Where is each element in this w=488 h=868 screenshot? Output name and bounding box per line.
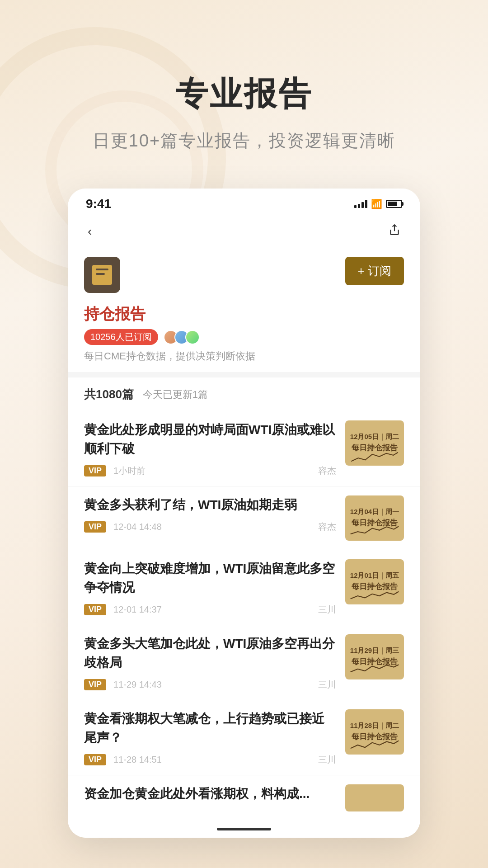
article-content: 黄金看涨期权大笔减仓，上行趋势或已接近尾声？ VIP 11-28 14:51 三… — [84, 709, 336, 766]
vip-badge: VIP — [84, 754, 106, 765]
avatar-stack — [164, 330, 200, 344]
nav-bar: ‹ — [68, 216, 420, 250]
article-content: 黄金多头获利了结，WTI原油如期走弱 VIP 12-04 14:48 容杰 — [84, 495, 336, 533]
battery-icon — [386, 200, 402, 208]
article-thumbnail: 11月29日｜周三 每日持仓报告 — [345, 634, 404, 679]
article-thumbnail: 12月04日｜周一 每日持仓报告 — [345, 495, 404, 541]
channel-icon — [84, 257, 120, 293]
home-indicator — [217, 828, 271, 830]
status-bar: 9:41 📶 — [68, 189, 420, 216]
article-item[interactable]: 黄金看涨期权大笔减仓，上行趋势或已接近尾声？ VIP 11-28 14:51 三… — [68, 700, 420, 775]
wifi-icon: 📶 — [371, 198, 382, 209]
article-item[interactable]: 黄金多头大笔加仓此处，WTI原油多空再出分歧格局 VIP 11-29 14:43… — [68, 625, 420, 700]
article-partial[interactable]: 资金加仓黄金此处外看涨期权，料构成... — [68, 775, 420, 821]
article-meta: VIP 12-04 14:48 容杰 — [84, 521, 336, 533]
article-time: 11-28 14:51 — [113, 755, 162, 765]
article-time: 1小时前 — [113, 465, 145, 477]
article-author: 三川 — [318, 679, 336, 691]
phone-mockup: 9:41 📶 ‹ — [68, 189, 420, 838]
partial-title: 资金加仓黄金此处外看涨期权，料构成... — [84, 784, 336, 803]
article-author: 三川 — [318, 754, 336, 766]
vip-badge: VIP — [84, 521, 106, 533]
article-meta: VIP 11-29 14:43 三川 — [84, 679, 336, 691]
status-icons: 📶 — [354, 198, 402, 209]
channel-header: + 订阅 — [68, 250, 420, 304]
article-time: 12-01 14:37 — [113, 604, 162, 615]
channel-name: 持仓报告 — [84, 304, 404, 325]
status-time: 9:41 — [86, 197, 111, 211]
subscribe-button[interactable]: + 订阅 — [345, 257, 404, 285]
article-content: 黄金此处形成明显的对峙局面WTI原油或难以顺利下破 VIP 1小时前 容杰 — [84, 420, 336, 477]
article-content: 黄金向上突破难度增加，WTI原油留意此多空争夺情况 VIP 12-01 14:3… — [84, 559, 336, 616]
channel-icon-graphic — [92, 265, 112, 285]
total-count: 共1080篇 — [84, 387, 134, 402]
article-item[interactable]: 黄金多头获利了结，WTI原油如期走弱 VIP 12-04 14:48 容杰 12… — [68, 486, 420, 550]
page-title: 专业报告 — [175, 72, 313, 116]
article-time: 11-29 14:43 — [113, 679, 162, 690]
back-button[interactable]: ‹ — [84, 221, 95, 242]
article-item[interactable]: 黄金此处形成明显的对峙局面WTI原油或难以顺利下破 VIP 1小时前 容杰 12… — [68, 411, 420, 486]
vip-badge: VIP — [84, 465, 106, 476]
vip-badge: VIP — [84, 604, 106, 615]
channel-info: 持仓报告 10256人已订阅 每日CME持仓数据，提供决策判断依据 — [68, 304, 420, 372]
channel-meta: 10256人已订阅 — [84, 329, 404, 345]
bottom-indicator — [68, 821, 420, 838]
channel-desc: 每日CME持仓数据，提供决策判断依据 — [84, 349, 404, 363]
article-author: 三川 — [318, 604, 336, 616]
article-content: 黄金多头大笔加仓此处，WTI原油多空再出分歧格局 VIP 11-29 14:43… — [84, 634, 336, 691]
article-title: 黄金此处形成明显的对峙局面WTI原油或难以顺利下破 — [84, 420, 336, 458]
today-update: 今天已更新1篇 — [143, 388, 208, 401]
article-author: 容杰 — [318, 465, 336, 477]
article-title: 黄金看涨期权大笔减仓，上行趋势或已接近尾声？ — [84, 709, 336, 747]
article-item[interactable]: 黄金向上突破难度增加，WTI原油留意此多空争夺情况 VIP 12-01 14:3… — [68, 550, 420, 625]
article-meta: VIP 1小时前 容杰 — [84, 465, 336, 477]
avatar — [185, 330, 200, 344]
article-thumbnail: 12月01日｜周五 每日持仓报告 — [345, 559, 404, 604]
article-thumbnail: 12月05日｜周二 每日持仓报告 — [345, 420, 404, 466]
article-title: 黄金向上突破难度增加，WTI原油留意此多空争夺情况 — [84, 559, 336, 597]
partial-thumbnail — [345, 784, 404, 811]
signal-icon — [354, 200, 367, 208]
page-subtitle: 日更10+篇专业报告，投资逻辑更清晰 — [93, 129, 395, 152]
vip-badge: VIP — [84, 679, 106, 690]
article-title: 黄金多头大笔加仓此处，WTI原油多空再出分歧格局 — [84, 634, 336, 672]
article-thumbnail: 11月28日｜周二 每日持仓报告 — [345, 709, 404, 755]
article-title: 黄金多头获利了结，WTI原油如期走弱 — [84, 495, 336, 514]
share-button[interactable] — [385, 220, 404, 242]
list-header: 共1080篇 今天已更新1篇 — [68, 377, 420, 411]
article-meta: VIP 12-01 14:37 三川 — [84, 604, 336, 616]
article-meta: VIP 11-28 14:51 三川 — [84, 754, 336, 766]
subscribers-badge: 10256人已订阅 — [84, 329, 158, 345]
article-time: 12-04 14:48 — [113, 522, 162, 532]
article-author: 容杰 — [318, 521, 336, 533]
